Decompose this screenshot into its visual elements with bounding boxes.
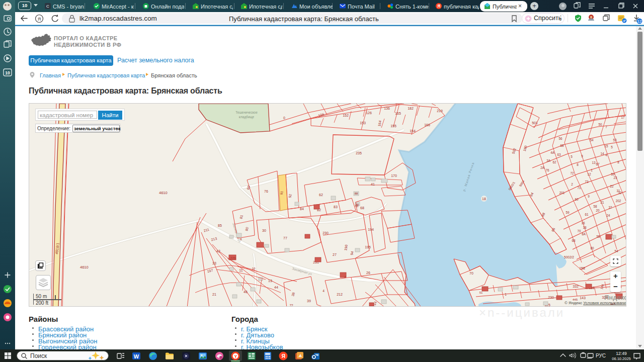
svg-text:7: 7 — [605, 125, 607, 129]
svg-text:17: 17 — [621, 116, 625, 119]
svg-text:88: 88 — [355, 192, 358, 195]
svg-text:136: 136 — [384, 107, 390, 110]
svg-text:83: 83 — [334, 205, 338, 209]
svg-text:170: 170 — [391, 174, 397, 177]
svg-text:5: 5 — [571, 155, 573, 158]
svg-text:70: 70 — [577, 229, 581, 233]
svg-text:4: 4 — [323, 289, 325, 293]
svg-text:3А: 3А — [546, 159, 551, 162]
svg-text:54: 54 — [614, 249, 618, 253]
svg-text:18: 18 — [583, 226, 587, 229]
svg-text:229: 229 — [230, 256, 236, 260]
svg-text:70: 70 — [469, 272, 473, 275]
svg-text:76: 76 — [264, 190, 268, 193]
svg-text:126: 126 — [366, 111, 372, 115]
svg-text:8: 8 — [577, 163, 579, 166]
svg-text:143: 143 — [580, 296, 586, 300]
svg-text:66: 66 — [355, 205, 359, 208]
svg-text:4610: 4610 — [80, 265, 89, 269]
svg-text:55: 55 — [596, 235, 600, 238]
svg-text:18: 18 — [482, 197, 486, 201]
svg-text:12: 12 — [637, 19, 642, 24]
svg-text:23: 23 — [613, 176, 617, 179]
svg-text:22: 22 — [610, 185, 614, 188]
svg-text:37: 37 — [608, 206, 612, 209]
svg-text:201: 201 — [559, 191, 565, 195]
svg-text:12: 12 — [587, 172, 591, 176]
svg-text:1: 1 — [505, 293, 507, 296]
svg-text:68: 68 — [360, 206, 364, 210]
svg-text:Я: Я — [282, 353, 286, 359]
svg-text:14: 14 — [600, 152, 604, 155]
svg-text:230: 230 — [323, 231, 329, 235]
svg-text:21: 21 — [600, 201, 604, 204]
svg-text:44: 44 — [274, 286, 278, 289]
svg-text:194: 194 — [368, 228, 374, 231]
svg-text:212: 212 — [337, 293, 343, 296]
svg-text:Я: Я — [437, 4, 440, 9]
svg-text:10: 10 — [252, 267, 256, 270]
svg-text:5: 5 — [611, 145, 613, 149]
svg-text:80: 80 — [590, 246, 594, 250]
svg-text:332: 332 — [573, 285, 579, 288]
svg-text:71: 71 — [577, 186, 581, 190]
svg-text:155: 155 — [390, 124, 396, 128]
svg-text:219: 219 — [437, 109, 443, 113]
svg-text:84: 84 — [300, 207, 304, 211]
svg-text:54: 54 — [590, 138, 594, 142]
svg-text:76: 76 — [545, 168, 549, 172]
svg-text:72: 72 — [570, 171, 574, 175]
svg-text:53: 53 — [613, 138, 617, 142]
svg-text:68: 68 — [560, 144, 564, 147]
svg-text:13: 13 — [268, 279, 272, 283]
svg-text:58: 58 — [593, 205, 597, 208]
svg-text:165: 165 — [395, 112, 401, 115]
svg-text:195: 195 — [365, 245, 371, 249]
svg-text:26: 26 — [366, 271, 370, 275]
svg-text:158: 158 — [579, 266, 585, 270]
svg-text:2А: 2А — [540, 166, 545, 169]
svg-text:62: 62 — [319, 193, 323, 197]
svg-text:60: 60 — [575, 198, 579, 201]
svg-text:235: 235 — [356, 151, 362, 155]
svg-text:202: 202 — [616, 199, 621, 203]
svg-text:11: 11 — [239, 268, 243, 272]
svg-text:50: 50 — [598, 123, 602, 126]
svg-text:16: 16 — [581, 221, 585, 225]
svg-text:Я: Я — [38, 17, 41, 22]
svg-text:13: 13 — [592, 161, 596, 164]
svg-text:20: 20 — [596, 209, 600, 212]
svg-text:C: C — [46, 4, 49, 9]
svg-text:1: 1 — [591, 168, 593, 172]
svg-text:61: 61 — [585, 213, 589, 216]
svg-text:15: 15 — [604, 144, 608, 148]
svg-text:кладбище: кладбище — [239, 115, 255, 119]
svg-text:0: 0 — [283, 116, 285, 120]
svg-text:152: 152 — [343, 114, 349, 117]
svg-text:W: W — [134, 353, 139, 359]
svg-text:4610: 4610 — [159, 191, 168, 195]
svg-text:62: 62 — [552, 160, 556, 164]
svg-text:8А: 8А — [582, 232, 586, 236]
svg-text:46: 46 — [244, 290, 248, 294]
svg-text:4А: 4А — [550, 151, 555, 154]
svg-text:30: 30 — [262, 229, 266, 232]
svg-text:27: 27 — [333, 253, 337, 256]
svg-text:24: 24 — [606, 214, 610, 217]
svg-text:33: 33 — [212, 261, 216, 265]
svg-text:59: 59 — [611, 172, 615, 176]
svg-text:166: 166 — [424, 123, 430, 127]
svg-text:68: 68 — [572, 239, 576, 242]
svg-text:85: 85 — [218, 224, 222, 227]
svg-text:Y: Y — [234, 354, 237, 359]
svg-text:9: 9 — [581, 154, 583, 158]
svg-text:94: 94 — [350, 251, 354, 255]
svg-text:21: 21 — [212, 293, 216, 296]
svg-text:42: 42 — [216, 249, 220, 253]
svg-text:Тешеническое: Тешеническое — [235, 111, 258, 114]
svg-text:72: 72 — [289, 304, 293, 307]
svg-text:32: 32 — [618, 191, 622, 195]
svg-text:154: 154 — [410, 129, 416, 133]
svg-text:2: 2 — [571, 183, 573, 186]
svg-text:59: 59 — [566, 211, 570, 214]
